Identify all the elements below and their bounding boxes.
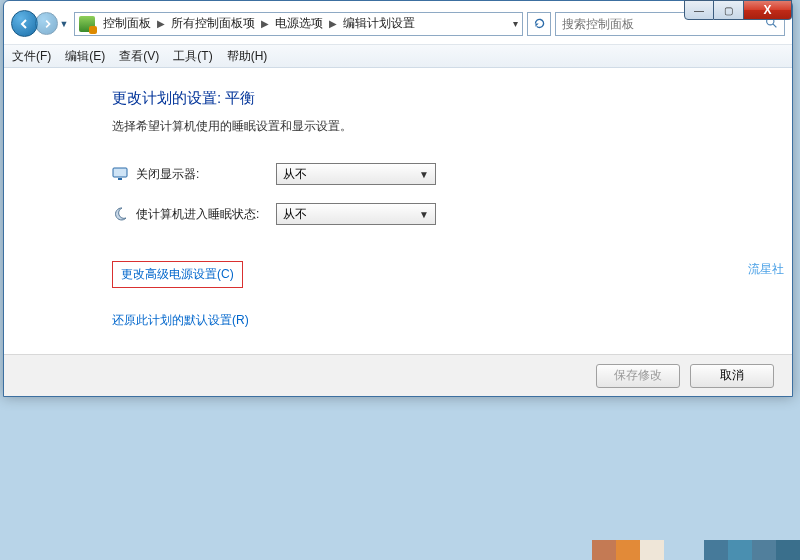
option-display-off: 关闭显示器: 从不 ▼ [112,163,766,185]
advanced-power-settings-link[interactable]: 更改高级电源设置(C) [112,261,243,288]
refresh-button[interactable] [527,12,551,36]
swatch [640,540,664,560]
display-off-label: 关闭显示器: [136,166,276,183]
display-off-select[interactable]: 从不 ▼ [276,163,436,185]
control-panel-icon [79,16,95,32]
select-value: 从不 [283,206,307,223]
color-swatches [592,540,800,560]
arrow-left-icon [19,18,31,30]
menu-file[interactable]: 文件(F) [12,48,51,65]
chevron-right-icon[interactable]: ▶ [153,18,169,29]
swatch [776,540,800,560]
maximize-button[interactable]: ▢ [714,0,744,20]
explorer-window: — ▢ X ▼ 控制面板 ▶ 所有控制面板项 ▶ 电源选项 ▶ 编辑计划设置 ▾ [3,0,793,397]
forward-button[interactable] [35,12,58,35]
swatch [752,540,776,560]
watermark: 流星社 [748,261,784,278]
button-bar: 保存修改 取消 [4,354,792,396]
moon-icon [112,206,128,222]
page-description: 选择希望计算机使用的睡眠设置和显示设置。 [112,118,766,135]
nav-history-dropdown[interactable]: ▼ [58,19,70,29]
menu-edit[interactable]: 编辑(E) [65,48,105,65]
chevron-right-icon[interactable]: ▶ [325,18,341,29]
breadcrumb-seg[interactable]: 控制面板 [101,15,153,32]
chevron-down-icon: ▼ [419,209,429,220]
sleep-label: 使计算机进入睡眠状态: [136,206,276,223]
swatch [616,540,640,560]
content-pane: 更改计划的设置: 平衡 选择希望计算机使用的睡眠设置和显示设置。 关闭显示器: … [4,69,792,354]
arrow-right-icon [42,19,52,29]
svg-rect-3 [118,178,122,180]
minimize-button[interactable]: — [684,0,714,20]
cancel-button[interactable]: 取消 [690,364,774,388]
nav-row: ▼ 控制面板 ▶ 所有控制面板项 ▶ 电源选项 ▶ 编辑计划设置 ▾ [11,7,785,40]
close-button[interactable]: X [744,0,792,20]
svg-line-1 [773,24,776,27]
menu-view[interactable]: 查看(V) [119,48,159,65]
menu-tools[interactable]: 工具(T) [173,48,212,65]
swatch [592,540,616,560]
option-sleep: 使计算机进入睡眠状态: 从不 ▼ [112,203,766,225]
window-controls: — ▢ X [684,0,792,20]
menu-bar: 文件(F) 编辑(E) 查看(V) 工具(T) 帮助(H) [4,44,792,68]
page-title: 更改计划的设置: 平衡 [112,89,766,108]
swatch [664,540,704,560]
chevron-right-icon[interactable]: ▶ [257,18,273,29]
nav-arrows: ▼ [11,10,70,37]
breadcrumb-seg[interactable]: 电源选项 [273,15,325,32]
select-value: 从不 [283,166,307,183]
menu-help[interactable]: 帮助(H) [227,48,268,65]
monitor-icon [112,166,128,182]
address-bar[interactable]: 控制面板 ▶ 所有控制面板项 ▶ 电源选项 ▶ 编辑计划设置 ▾ [74,12,523,36]
save-button[interactable]: 保存修改 [596,364,680,388]
svg-rect-2 [113,168,127,177]
sleep-select[interactable]: 从不 ▼ [276,203,436,225]
breadcrumb-seg[interactable]: 编辑计划设置 [341,15,417,32]
refresh-icon [533,17,546,30]
chevron-down-icon[interactable]: ▾ [513,18,518,29]
swatch [704,540,728,560]
breadcrumb-seg[interactable]: 所有控制面板项 [169,15,257,32]
restore-defaults-link[interactable]: 还原此计划的默认设置(R) [112,312,249,329]
address-end: ▾ [513,18,518,29]
back-button[interactable] [11,10,38,37]
chevron-down-icon: ▼ [419,169,429,180]
swatch [728,540,752,560]
